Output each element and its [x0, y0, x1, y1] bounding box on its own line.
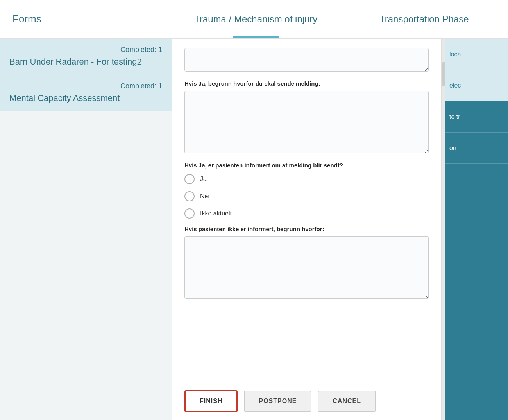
- main-content: Completed: 1 Barn Under Radaren - For te…: [0, 39, 508, 420]
- barn-completed-label: Completed: 1: [9, 46, 162, 54]
- form-area: Hvis Ja, begrunn hvorfor du skal sende m…: [172, 39, 442, 420]
- radio-circle-nei[interactable]: [184, 191, 195, 201]
- label-2: Hvis Ja, er pasienten informert om at me…: [184, 162, 429, 169]
- header: Forms Trauma / Mechanism of injury Trans…: [0, 0, 508, 39]
- mental-title: Mental Capacity Assessment: [9, 93, 162, 104]
- top-textarea[interactable]: [184, 48, 429, 72]
- right-panel: loca elec te tr on: [445, 39, 508, 420]
- radio-ikke-aktuelt[interactable]: Ikke aktuelt: [184, 208, 429, 219]
- postpone-button[interactable]: POSTPONE: [244, 391, 311, 412]
- scrollbar-track: [442, 39, 445, 420]
- radio-circle-ikke[interactable]: [184, 208, 195, 219]
- right-panel-section-1: loca: [445, 39, 508, 70]
- barn-title: Barn Under Radaren - For testing2: [9, 56, 162, 68]
- sidebar-item-mental[interactable]: Completed: 1 Mental Capacity Assessment: [0, 75, 172, 111]
- mental-completed-label: Completed: 1: [9, 82, 162, 90]
- right-panel-section-2: elec: [445, 70, 508, 101]
- finish-button[interactable]: FINISH: [184, 390, 238, 412]
- form-scroll: Hvis Ja, begrunn hvorfor du skal sende m…: [172, 39, 441, 382]
- transport-tab[interactable]: Transportation Phase: [340, 0, 508, 38]
- label-1: Hvis Ja, begrunn hvorfor du skal sende m…: [184, 80, 429, 87]
- radio-nei[interactable]: Nei: [184, 191, 429, 201]
- forms-tab-label[interactable]: Forms: [0, 0, 172, 38]
- scrollbar-thumb[interactable]: [442, 62, 445, 86]
- trauma-tab[interactable]: Trauma / Mechanism of injury: [172, 0, 340, 38]
- sidebar-item-barn[interactable]: Completed: 1 Barn Under Radaren - For te…: [0, 39, 172, 75]
- textarea-1[interactable]: [184, 91, 429, 153]
- right-panel-section-3: te tr: [445, 101, 508, 133]
- radio-ja[interactable]: Ja: [184, 174, 429, 184]
- radio-circle-ja[interactable]: [184, 174, 195, 184]
- radio-group-informed: Ja Nei Ikke aktuelt: [184, 174, 429, 219]
- form-footer: FINISH POSTPONE CANCEL: [172, 382, 441, 420]
- sidebar: Completed: 1 Barn Under Radaren - For te…: [0, 39, 172, 420]
- textarea-2[interactable]: [184, 236, 429, 299]
- right-panel-section-4: on: [445, 133, 508, 164]
- cancel-button[interactable]: CANCEL: [318, 391, 376, 412]
- label-3: Hvis pasienten ikke er informert, begrun…: [184, 226, 429, 232]
